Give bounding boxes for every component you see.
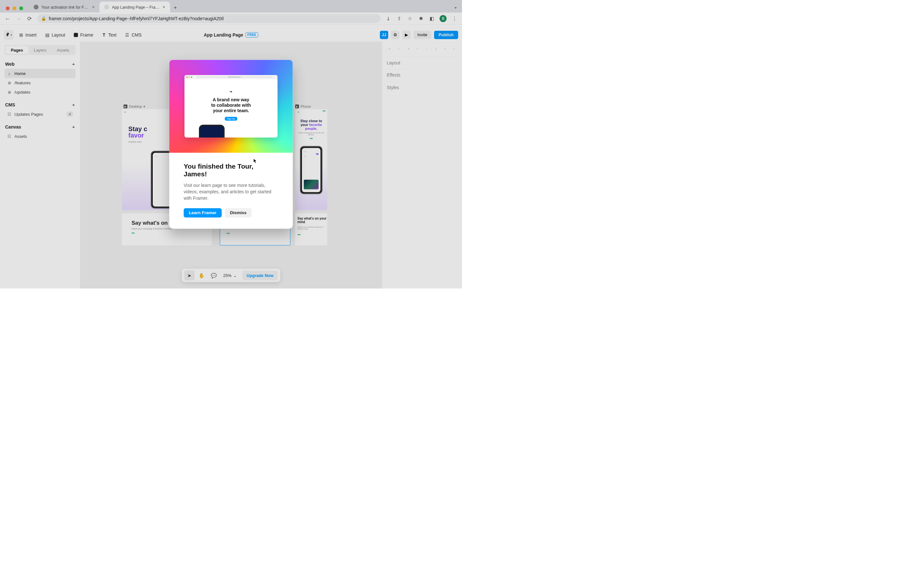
dot-icon (186, 77, 188, 78)
dot-icon (189, 77, 190, 78)
modal-overlay[interactable]: gradientlanding.com ❧ A brand new way to… (0, 0, 462, 288)
modal-hero: gradientlanding.com ❧ A brand new way to… (170, 60, 293, 153)
hero-preview-card: gradientlanding.com ❧ A brand new way to… (184, 75, 278, 137)
hero-url: gradientlanding.com (196, 76, 273, 78)
leaf-icon: ❧ (229, 89, 233, 94)
learn-framer-button[interactable]: Learn Framer (184, 208, 222, 218)
tour-complete-modal: gradientlanding.com ❧ A brand new way to… (170, 60, 293, 229)
hero-cta: Sign Up (225, 117, 237, 121)
modal-description: Visit our learn page to see more tutoria… (184, 182, 278, 201)
hero-phone-mockup (199, 125, 225, 137)
modal-title: You finished the Tour, James! (184, 163, 278, 178)
dot-icon (191, 77, 192, 78)
dismiss-button[interactable]: Dismiss (225, 208, 252, 218)
mouse-cursor-icon (254, 159, 257, 163)
